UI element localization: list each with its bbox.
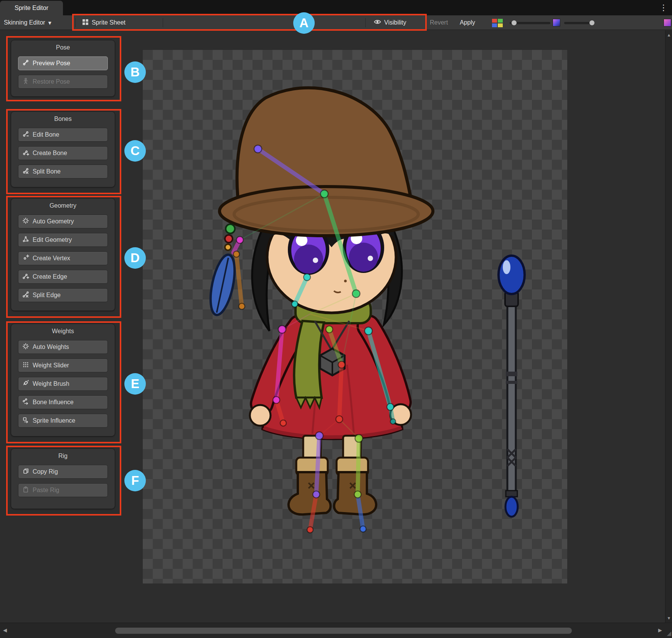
horizontal-scrollbar[interactable]: ◀ ▶ ◢ bbox=[0, 623, 672, 638]
button-label: Preview Pose bbox=[33, 60, 70, 67]
tab-bar: Sprite Editor ⋮ bbox=[0, 0, 672, 15]
geometry-panel: Geometry Auto Geometry Edit Geometry Cre… bbox=[11, 198, 115, 311]
panel-title: Bones bbox=[11, 112, 115, 122]
weight-slider-icon bbox=[22, 361, 29, 370]
button-label: Auto Weights bbox=[33, 344, 69, 350]
sprite-influence-button[interactable]: Sprite Influence bbox=[18, 414, 108, 428]
tab-sprite-editor[interactable]: Sprite Editor bbox=[0, 1, 63, 15]
paste-rig-icon bbox=[22, 486, 29, 494]
horizontal-scroll-thumb[interactable] bbox=[115, 628, 572, 634]
alpha-slider[interactable] bbox=[510, 22, 550, 24]
bone-influence-icon bbox=[22, 398, 29, 407]
vertical-scrollbar[interactable]: ▲ ▼ bbox=[665, 30, 672, 623]
beauty-mark bbox=[344, 280, 347, 283]
alpha-slider-knob[interactable] bbox=[511, 20, 517, 26]
create-bone-icon bbox=[22, 149, 29, 157]
auto-geometry-icon bbox=[22, 217, 29, 226]
resize-grip-icon[interactable]: ◢ bbox=[667, 630, 671, 637]
button-label: Create Vertex bbox=[33, 255, 70, 262]
create-edge-button[interactable]: Create Edge bbox=[18, 270, 108, 284]
paste-rig-button[interactable]: Paste Rig bbox=[18, 483, 108, 497]
create-bone-button[interactable]: Create Bone bbox=[18, 146, 108, 160]
toolbar-separator bbox=[365, 18, 366, 27]
apply-label: Apply bbox=[460, 19, 475, 26]
auto-weights-icon bbox=[22, 343, 29, 351]
scroll-left-icon[interactable]: ◀ bbox=[3, 627, 7, 633]
weight-brush-icon bbox=[22, 380, 29, 388]
eye-icon bbox=[374, 19, 381, 26]
sprite-sheet-icon bbox=[82, 19, 89, 27]
button-label: Edit Geometry bbox=[33, 236, 72, 243]
brightness-slider-knob[interactable] bbox=[589, 20, 595, 26]
annotation-d-badge: D bbox=[124, 247, 146, 269]
gradient-swatch-icon[interactable] bbox=[553, 19, 560, 26]
rig-panel: Rig Copy Rig Paste Rig bbox=[11, 448, 115, 509]
button-label: Auto Geometry bbox=[33, 218, 74, 225]
create-edge-icon bbox=[22, 273, 29, 281]
hat-tassel bbox=[206, 224, 239, 317]
revert-button[interactable]: Revert bbox=[430, 15, 448, 30]
restore-pose-icon bbox=[22, 78, 29, 86]
staff bbox=[499, 256, 525, 517]
character-sprite bbox=[143, 50, 567, 583]
auto-geometry-button[interactable]: Auto Geometry bbox=[18, 215, 108, 228]
skinning-editor-dropdown[interactable]: Skinning Editor ▾ bbox=[4, 15, 51, 30]
copy-rig-button[interactable]: Copy Rig bbox=[18, 465, 108, 479]
split-edge-button[interactable]: Split Edge bbox=[18, 288, 108, 302]
tab-label: Sprite Editor bbox=[15, 5, 48, 12]
button-label: Split Bone bbox=[33, 168, 61, 175]
scroll-right-icon[interactable]: ▶ bbox=[658, 627, 662, 633]
copy-rig-icon bbox=[22, 468, 29, 476]
apply-button[interactable]: Apply bbox=[460, 15, 475, 30]
sprite-sheet-button[interactable]: Sprite Sheet bbox=[82, 15, 125, 30]
left-boot bbox=[289, 472, 331, 514]
split-edge-icon bbox=[22, 291, 29, 299]
annotation-b-badge: B bbox=[124, 61, 146, 83]
button-label: Paste Rig bbox=[33, 487, 59, 494]
button-label: Create Edge bbox=[33, 273, 67, 280]
sprite-sheet-label: Sprite Sheet bbox=[92, 19, 125, 26]
chevron-down-icon: ▾ bbox=[48, 19, 51, 26]
split-bone-button[interactable]: Split Bone bbox=[18, 165, 108, 179]
kebab-menu-icon[interactable]: ⋮ bbox=[658, 2, 669, 14]
weights-panel: Weights Auto Weights Weight Slider Weigh… bbox=[11, 324, 115, 436]
button-label: Sprite Influence bbox=[33, 417, 75, 424]
button-label: Weight Brush bbox=[33, 380, 69, 387]
revert-label: Revert bbox=[430, 19, 448, 26]
restore-pose-button[interactable]: Restore Pose bbox=[18, 75, 108, 89]
split-bone-icon bbox=[22, 167, 29, 176]
button-label: Create Bone bbox=[33, 150, 67, 157]
button-label: Restore Pose bbox=[33, 78, 70, 85]
visibility-label: Visibility bbox=[384, 19, 406, 26]
sprite-canvas[interactable] bbox=[143, 50, 567, 583]
scroll-up-icon[interactable]: ▲ bbox=[665, 33, 672, 37]
auto-weights-button[interactable]: Auto Weights bbox=[18, 340, 108, 354]
create-vertex-button[interactable]: Create Vertex bbox=[18, 251, 108, 265]
bone-influence-button[interactable]: Bone Influence bbox=[18, 395, 108, 409]
edit-geometry-icon bbox=[22, 236, 29, 244]
sprite-influence-icon bbox=[22, 417, 29, 425]
skinning-editor-label: Skinning Editor bbox=[4, 19, 45, 26]
sprite-editor-window: Sprite Editor ⋮ Skinning Editor ▾ Sprite… bbox=[0, 0, 672, 638]
panel-title: Geometry bbox=[11, 198, 115, 209]
visibility-button[interactable]: Visibility bbox=[374, 15, 406, 30]
edit-bone-button[interactable]: Edit Bone bbox=[18, 128, 108, 142]
left-hand bbox=[250, 405, 271, 426]
weight-brush-button[interactable]: Weight Brush bbox=[18, 377, 108, 391]
gradient-swatch-icon[interactable] bbox=[664, 19, 671, 26]
preview-pose-button[interactable]: Preview Pose bbox=[18, 56, 108, 70]
color-channels-icon[interactable] bbox=[492, 19, 503, 27]
annotation-f-badge: F bbox=[124, 470, 146, 491]
witch-hat bbox=[220, 88, 433, 236]
toolbar: Skinning Editor ▾ Sprite Sheet Visibilit… bbox=[0, 15, 672, 30]
panel-title: Pose bbox=[11, 40, 115, 51]
create-vertex-icon bbox=[22, 254, 29, 263]
weight-slider-button[interactable]: Weight Slider bbox=[18, 359, 108, 372]
button-label: Bone Influence bbox=[33, 399, 74, 406]
scroll-down-icon[interactable]: ▼ bbox=[665, 616, 672, 620]
panel-title: Rig bbox=[11, 449, 115, 459]
button-label: Weight Slider bbox=[33, 362, 69, 369]
edit-geometry-button[interactable]: Edit Geometry bbox=[18, 233, 108, 247]
annotation-c-badge: C bbox=[124, 140, 146, 162]
brightness-slider[interactable] bbox=[564, 22, 594, 24]
